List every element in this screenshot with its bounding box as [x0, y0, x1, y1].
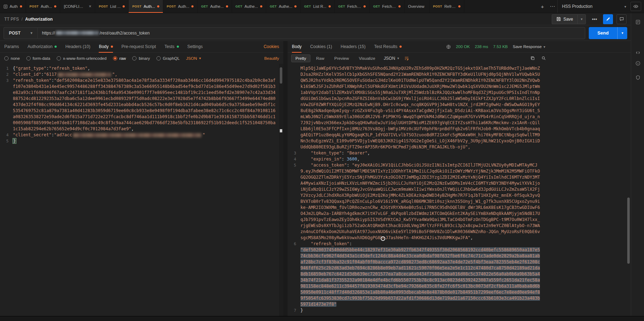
code-token: ", [112, 72, 117, 77]
response-language-dropdown[interactable]: JSON ▾ [384, 56, 399, 61]
body-mode-form-data[interactable]: form-data [26, 56, 50, 60]
scrollbar-track[interactable] [279, 64, 283, 316]
scrollbar-thumb[interactable] [627, 198, 630, 264]
request-tab-tests[interactable]: Tests [164, 41, 179, 53]
tab-title: Fetch ... [382, 4, 396, 9]
app-tab[interactable]: POSTAuth... [129, 0, 163, 13]
app-tab[interactable]: [CONFLICT] F...× [60, 0, 95, 13]
tab-status-dot [400, 46, 402, 48]
code-text[interactable]: } [13, 138, 283, 144]
response-tab-test-results[interactable]: Test Results [374, 41, 402, 53]
app-tab[interactable]: GETFetch ... [370, 0, 405, 13]
code-text[interactable]: Mlp5QjJaWEp6YVc5dVBTY3hMakVuSUhodGJHNXpQ… [300, 65, 546, 150]
breadcrumb-request-name[interactable]: Authorization [25, 17, 52, 22]
close-tab-icon[interactable]: × [89, 4, 91, 9]
app-tab[interactable]: GETList R... [300, 0, 335, 13]
response-view-list: PrettyRawPreviewVisualize [291, 54, 380, 62]
pane-divider[interactable] [283, 41, 288, 316]
app-tab[interactable]: GETFetch ... [335, 0, 370, 13]
app-tab[interactable]: POSTRefre... [429, 0, 464, 13]
body-mode-x-www-form-urlencoded[interactable]: x-www-form-urlencoded [57, 56, 107, 60]
app-tab[interactable]: Overview [405, 0, 429, 13]
send-options-button[interactable]: ▾ [617, 27, 627, 39]
line-number: 7 [288, 307, 300, 314]
view-pretty[interactable]: Pretty [291, 54, 310, 62]
code-icon [635, 50, 640, 55]
copy-icon[interactable] [530, 56, 535, 60]
code-text[interactable]: {"grant_type":"refresh_token", [13, 65, 283, 72]
breadcrumb-workspace[interactable]: TT PFS [4, 17, 19, 22]
save-button[interactable]: Save [552, 14, 577, 24]
body-mode-GraphQL[interactable]: GraphQL [156, 56, 180, 60]
info-button[interactable] [631, 59, 644, 68]
code-token: : [51, 78, 54, 83]
send-button[interactable]: Send [589, 27, 617, 39]
new-tab-button[interactable]: + [537, 0, 547, 13]
save-response-button[interactable]: Save Response ▾ [513, 44, 545, 49]
security-button[interactable] [631, 73, 644, 82]
network-globe-icon[interactable] [446, 44, 451, 49]
send-button-group: Send ▾ [589, 27, 627, 39]
unsaved-changes-dot [123, 5, 125, 7]
request-tab-settings[interactable]: Settings [187, 41, 203, 53]
request-tab-headers-10-[interactable]: Headers (10) [65, 41, 90, 53]
open-tabs: AuthPOSTAuth...[CONFLICT] F...×POSTList … [0, 0, 537, 13]
app-tab[interactable]: GETAuthe... [197, 0, 232, 13]
response-tab-cookies-1-[interactable]: Cookies (1) [310, 41, 332, 53]
app-tab[interactable]: Auth [0, 0, 26, 13]
code-token: "refresh_token" [311, 241, 349, 246]
code-text[interactable]: "client_secret":"ad7acc" [13, 132, 283, 138]
more-actions-button[interactable]: ••• [589, 14, 599, 24]
request-tab-authorization[interactable]: Authorization [27, 41, 57, 53]
edit-button[interactable] [603, 14, 613, 24]
environment-name: HSS Production [562, 4, 621, 9]
documentation-button[interactable] [631, 17, 644, 27]
scrollbar-thumb[interactable] [280, 67, 282, 84]
code-snippet-button[interactable] [631, 48, 644, 57]
body-mode-raw[interactable]: raw [113, 56, 126, 60]
request-tab-params[interactable]: Params [4, 41, 19, 53]
request-body-editor[interactable]: 1{"grant_type":"refresh_token",2"client_… [0, 64, 283, 316]
environment-selector[interactable]: HSS Production ▾ [557, 0, 630, 13]
app-tab[interactable]: GETAuthe... [266, 0, 300, 13]
search-icon[interactable] [541, 56, 546, 60]
code-line: 5} [0, 138, 283, 144]
comments-button[interactable] [617, 14, 627, 24]
app-tab[interactable]: POSTAuth... [163, 0, 198, 13]
code-text[interactable]: "refresh_token":"def50200374540ddd5bbe44… [300, 241, 546, 307]
code-token: "ad7acc [54, 132, 72, 137]
code-text[interactable]: "token_type": "Bearer", [300, 150, 546, 156]
request-tab-body[interactable]: Body [99, 41, 113, 53]
request-tab-pre-request-script[interactable]: Pre-request Script [122, 41, 156, 53]
code-token: : [349, 241, 352, 246]
right-sidebar-rail [631, 13, 644, 316]
url-input[interactable]: https:// /rest/oauth2/access_token [38, 27, 586, 39]
tab-status-dot [111, 46, 113, 48]
body-mode-none[interactable]: none [4, 56, 20, 60]
wrap-text-toggle[interactable] [404, 56, 409, 61]
redacted-text [58, 73, 111, 77]
tab-title: Authe... [279, 4, 292, 9]
response-body-viewer[interactable]: Mlp5QjJaWEp6YVc5dVBTY3hMakVuSUhodGJHNXpQ… [288, 64, 631, 316]
body-mode-binary[interactable]: binary [132, 56, 150, 60]
body-language-dropdown[interactable]: JSON ▾ [186, 56, 201, 60]
beautify-link[interactable]: Beautify [264, 56, 279, 60]
code-text[interactable]: "client_id":"6117", [13, 72, 283, 78]
app-tab[interactable]: POSTList ... [95, 0, 129, 13]
cookies-link[interactable]: Cookies [264, 44, 279, 49]
view-raw[interactable]: Raw [312, 54, 329, 62]
response-tab-headers-15-[interactable]: Headers (15) [341, 41, 366, 53]
tab-options-button[interactable]: ⋯ [547, 0, 557, 13]
code-text[interactable]: "refresh_token":"def502008ace2e15e833e37… [13, 78, 283, 132]
environment-quick-look-button[interactable] [630, 2, 641, 11]
app-tab[interactable]: GETAuthe... [232, 0, 266, 13]
view-visualize[interactable]: Visualize [355, 54, 380, 62]
response-tab-body[interactable]: Body [292, 41, 302, 53]
code-text[interactable]: "access_token": "eyJ0eXAiOiJKV1QiLCJhbGc… [300, 162, 546, 241]
view-preview[interactable]: Preview [330, 54, 353, 62]
code-text[interactable]: "expires_in": 3600, [300, 156, 546, 162]
code-text[interactable]: } [300, 307, 546, 314]
app-tab[interactable]: POSTAuth... [26, 0, 61, 13]
save-options-button[interactable]: ▾ [577, 14, 586, 24]
method-dropdown[interactable]: POST ▾ [4, 27, 38, 39]
